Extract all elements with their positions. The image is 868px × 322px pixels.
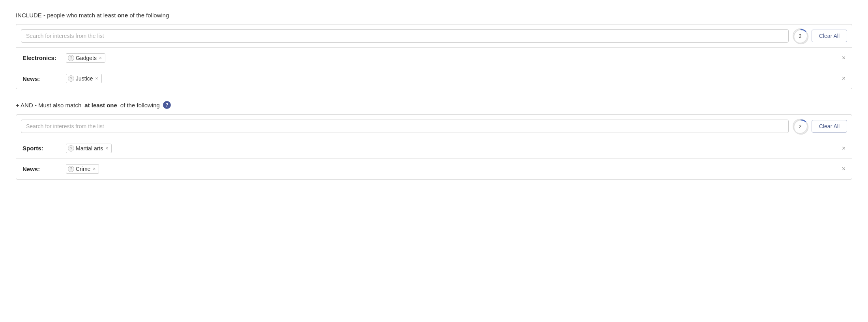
section2-row-0: Sports: ? Martial arts × × <box>16 138 852 159</box>
section1-search-input[interactable] <box>21 29 789 43</box>
tag-label: Martial arts <box>76 145 103 152</box>
tag-crime: ? Crime × <box>66 164 99 174</box>
tag-help-icon[interactable]: ? <box>68 145 74 152</box>
section1-category-0: Electronics: <box>22 54 66 61</box>
section2-search-input[interactable] <box>21 120 789 133</box>
section1-search-row: 2 Clear All <box>16 24 852 48</box>
section1-row-0: Electronics: ? Gadgets × × <box>16 48 852 68</box>
section2-clear-button[interactable]: Clear All <box>812 120 847 133</box>
section2-title: + AND - Must also match at least one of … <box>16 101 852 109</box>
section1: INCLUDE - people who match at least one … <box>16 12 852 89</box>
tag-justice: ? Justice × <box>66 74 102 83</box>
section2-box: 2 Clear All Sports: ? Martial arts × × N… <box>16 114 852 180</box>
tag-remove-justice[interactable]: × <box>95 76 98 81</box>
section1-tag-list-1: ? Justice × <box>66 74 837 83</box>
tag-label: Justice <box>76 75 93 82</box>
section1-category-1: News: <box>22 75 66 82</box>
tag-remove-martial-arts[interactable]: × <box>105 146 108 151</box>
section2-row-remove-1[interactable]: × <box>837 165 846 172</box>
section1-box: 2 Clear All Electronics: ? Gadgets × × N… <box>16 24 852 89</box>
tag-remove-crime[interactable]: × <box>93 167 95 171</box>
section2-category-0: Sports: <box>22 145 66 152</box>
tag-martial-arts: ? Martial arts × <box>66 144 112 153</box>
section1-row-remove-0[interactable]: × <box>837 54 846 62</box>
tag-help-icon[interactable]: ? <box>68 55 74 61</box>
section2-count-badge: 2 <box>793 119 808 134</box>
tag-gadgets: ? Gadgets × <box>66 53 105 63</box>
tag-label: Gadgets <box>76 55 97 61</box>
tag-remove-gadgets[interactable]: × <box>99 56 102 60</box>
section1-row-remove-1[interactable]: × <box>837 75 846 82</box>
section2: + AND - Must also match at least one of … <box>16 101 852 180</box>
tag-label: Crime <box>76 166 90 172</box>
section2-tag-list-0: ? Martial arts × <box>66 144 837 153</box>
section1-tag-list-0: ? Gadgets × <box>66 53 837 63</box>
section1-title: INCLUDE - people who match at least one … <box>16 12 852 19</box>
section1-count-badge: 2 <box>793 28 808 43</box>
section1-row-1: News: ? Justice × × <box>16 68 852 89</box>
section2-tag-list-1: ? Crime × <box>66 164 837 174</box>
tag-help-icon[interactable]: ? <box>68 75 74 82</box>
section2-search-row: 2 Clear All <box>16 115 852 138</box>
section1-clear-button[interactable]: Clear All <box>812 30 847 42</box>
section2-category-1: News: <box>22 166 66 172</box>
and-help-icon[interactable]: ? <box>163 101 171 109</box>
section2-row-1: News: ? Crime × × <box>16 159 852 179</box>
section2-row-remove-0[interactable]: × <box>837 145 846 152</box>
tag-help-icon[interactable]: ? <box>68 166 74 172</box>
